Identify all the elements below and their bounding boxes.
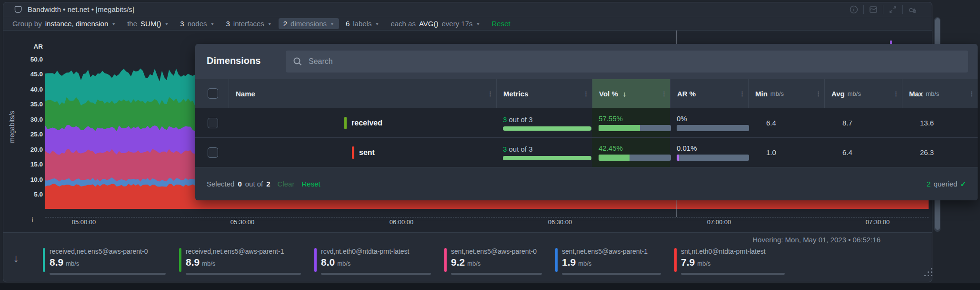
chevron-down-icon: ▼ [164, 21, 169, 26]
dimension-row-sent[interactable]: sent3 out of 342.45%0.01%1.06.426.3 [195, 137, 978, 167]
column-header-name[interactable]: Name⋮ [229, 79, 496, 108]
netdata-logo-icon [13, 5, 23, 14]
chevron-down-icon: ▼ [268, 21, 272, 26]
legend-item-unit: mb/s [697, 260, 710, 267]
legend-item[interactable]: sent,net.ens5@aws-parent-09.2mb/s [444, 247, 550, 275]
search-input[interactable] [309, 57, 961, 66]
dimension-name: received [351, 119, 382, 127]
selected-label: Selected [207, 180, 234, 188]
select-all-checkbox[interactable] [208, 88, 218, 99]
legend-item-value: 9.2 [451, 257, 465, 268]
column-header-vol-[interactable]: Vol %↓⋮ [592, 79, 670, 108]
legend-item[interactable]: received,net.ens5@aws-parent-18.9mb/s [179, 247, 310, 275]
toolbar-item-time-aggregation[interactable]: each asAVG()every 17s▼ [386, 18, 485, 29]
row-checkbox[interactable] [208, 147, 218, 158]
row-checkbox[interactable] [208, 118, 218, 128]
chevron-down-icon: ▼ [210, 21, 215, 26]
x-axis-baseline [45, 217, 929, 218]
toolbar-item-instances[interactable]: 3interfaces▼ [221, 18, 276, 29]
min-value: 1.0 [755, 148, 820, 156]
legend-item-name: sent,net.ens5@aws-parent-1 [562, 247, 670, 256]
chevron-down-icon: ▼ [476, 21, 480, 26]
column-header-max[interactable]: Maxmb/s⋮ [902, 79, 978, 108]
queried-label: queried [933, 180, 957, 188]
legend-item-unit: mb/s [202, 260, 215, 267]
dimensions-dropdown: Dimensions Name⋮Metrics⋮Vol %↓⋮AR %⋮Minm… [195, 44, 978, 200]
x-tick-label: 06:30:00 [539, 218, 581, 226]
legend-item-unit: mb/s [578, 260, 591, 267]
sort-desc-icon[interactable]: ↓ [623, 90, 627, 98]
column-menu-icon[interactable]: ⋮ [661, 90, 667, 97]
toolbar-item-text: 3 [180, 20, 184, 28]
toolbar-item-text: dimensions [290, 20, 327, 28]
dimension-color-marker [352, 146, 354, 159]
legend-item-track [50, 273, 166, 275]
column-menu-icon[interactable]: ⋮ [893, 90, 899, 97]
column-menu-icon[interactable]: ⋮ [815, 90, 821, 97]
y-tick-label: 45.0 [3, 71, 43, 78]
selected-count: 0 [238, 180, 241, 188]
column-label: Vol % [599, 90, 618, 98]
column-header-min[interactable]: Minmb/s⋮ [748, 79, 824, 108]
column-header-ar-[interactable]: AR %⋮ [670, 79, 748, 108]
y-tick-label: 25.0 [3, 131, 43, 138]
column-label: AR % [677, 90, 696, 98]
clear-button[interactable]: Clear [278, 180, 295, 188]
toolbar-item-labels[interactable]: 6labels▼ [341, 18, 384, 29]
fullscreen-icon[interactable] [888, 5, 898, 14]
toolbar-item-text: instance, dimension [45, 20, 109, 28]
legend-item[interactable]: sent,net.ens5@aws-parent-11.9mb/s [555, 247, 670, 275]
y-tick-label: 40.0 [3, 86, 43, 93]
column-menu-icon[interactable]: ⋮ [739, 90, 745, 97]
legend-item-value: 8.0 [321, 257, 335, 268]
toolbar-item-group-by[interactable]: Group byinstance, dimension▼ [8, 18, 120, 29]
toolbar-item-nodes[interactable]: 3nodes▼ [175, 18, 219, 29]
column-header-metrics[interactable]: Metrics⋮ [496, 79, 592, 108]
legend-item[interactable]: rcvd,nt.eth0@ntdta-prnt-latest8.0mb/s [314, 247, 440, 275]
resize-grip-icon[interactable] [925, 268, 932, 277]
y-tick-label: 5.0 [3, 191, 43, 198]
legend-item-unit: mb/s [337, 260, 350, 267]
column-menu-icon[interactable]: ⋮ [487, 90, 493, 97]
y-tick-label: 10.0 [3, 176, 43, 183]
dropdown-title: Dimensions [207, 55, 260, 66]
anomaly-percent: 0% [677, 114, 743, 123]
select-all-column[interactable] [195, 79, 229, 108]
info-icon[interactable] [849, 5, 859, 14]
reset-selection-button[interactable]: Reset [301, 180, 320, 188]
legend-color-bar [179, 248, 181, 272]
column-menu-icon[interactable]: ⋮ [969, 90, 975, 97]
legend-item[interactable]: snt,nt.eth0@ntdta-prnt-latest7.9mb/s [674, 247, 793, 275]
table-header: Name⋮Metrics⋮Vol %↓⋮AR %⋮Minmb/s⋮Avgmb/s… [195, 79, 978, 108]
legend-item-value: 8.9 [186, 257, 200, 268]
y-axis-unit-label: megabits/s [8, 101, 16, 153]
column-menu-icon[interactable]: ⋮ [583, 90, 589, 97]
toolbar-item-text: 6 [346, 20, 350, 28]
area-chart-icon[interactable] [869, 5, 878, 14]
legend-item-value: 1.9 [562, 257, 576, 268]
y-tick-label: 20.0 [3, 146, 43, 153]
toolbar-item-text: each as [390, 20, 416, 28]
toolbar-reset-button[interactable]: Reset [487, 18, 515, 29]
metrics-count-suffix: out of 3 [507, 145, 532, 153]
volume-percent: 42.45% [599, 144, 665, 152]
download-chart-icon[interactable] [908, 5, 917, 14]
metrics-progress-bar [503, 156, 591, 160]
search-icon [292, 56, 303, 67]
dimension-row-received[interactable]: received3 out of 357.55%0%6.48.713.6 [195, 108, 978, 137]
toolbar-item-text: Group by [12, 20, 42, 28]
queried-check-icon: ✓ [960, 180, 966, 188]
chart-info-anchor[interactable]: i [28, 216, 37, 224]
toolbar-item-aggregate[interactable]: theSUM()▼ [122, 18, 173, 29]
column-label: Name [236, 90, 255, 98]
column-header-avg[interactable]: Avgmb/s⋮ [824, 79, 902, 108]
legend-item-track [451, 273, 542, 275]
toolbar-item-dimensions[interactable]: 2dimensions▼ [279, 18, 339, 29]
search-box[interactable] [286, 51, 968, 72]
legend-collapse-icon[interactable]: ↓ [13, 252, 19, 265]
legend-item[interactable]: received,net.ens5@aws-parent-08.9mb/s [43, 247, 174, 275]
chart-header: Bandwidth • net.net • [megabits/s] [3, 2, 932, 17]
column-unit-label: mb/s [926, 90, 939, 97]
metrics-count-suffix: out of 3 [507, 115, 532, 124]
legend-item-name: snt,nt.eth0@ntdta-prnt-latest [681, 247, 793, 256]
